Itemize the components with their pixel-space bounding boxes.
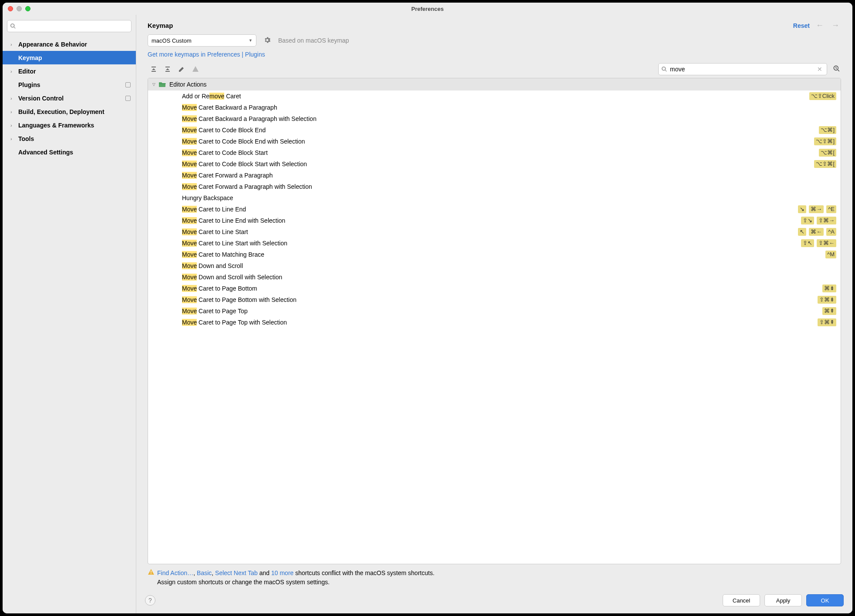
action-row[interactable]: Move Caret Forward a Paragraph <box>148 170 558 181</box>
gear-icon[interactable] <box>263 36 271 45</box>
action-row[interactable]: Move Down and Scroll with Selection <box>148 271 558 283</box>
sidebar-item[interactable]: Keymap <box>3 51 136 64</box>
action-label: Move Down and Scroll with Selection <box>182 274 558 281</box>
expand-all-button[interactable] <box>148 64 160 74</box>
sidebar-item[interactable]: ›Editor <box>3 64 136 78</box>
action-label: Move Caret to Page Top <box>182 308 558 315</box>
action-label: Move Caret Backward a Paragraph with Sel… <box>182 115 558 122</box>
action-row[interactable]: Move Caret Forward a Paragraph with Sele… <box>148 181 558 192</box>
folder-icon <box>159 81 166 87</box>
sidebar-item[interactable]: ›Appearance & Behavior <box>3 37 136 51</box>
sidebar-item-label: Keymap <box>18 54 131 61</box>
action-row[interactable]: Move Caret to Code Block Start with Sele… <box>148 158 558 170</box>
actions-tree: ▽ Editor Actions Add or Remove Caret⌥⇧Cl… <box>148 78 558 402</box>
sidebar-item-label: Appearance & Behavior <box>18 41 131 48</box>
modified-badge <box>125 82 131 87</box>
action-label: Move Caret Forward a Paragraph with Sele… <box>182 183 558 190</box>
get-more-keymaps-link[interactable]: Get more keymaps in Preferences | Plugin… <box>136 47 558 63</box>
page-title: Keymap <box>148 22 558 29</box>
sidebar-item-label: Advanced Settings <box>18 149 131 156</box>
action-row[interactable]: Move Caret to Matching Brace^M <box>148 249 558 260</box>
sidebar-item-label: Tools <box>18 135 131 142</box>
sidebar-item[interactable]: ›Languages & Frameworks <box>3 118 136 132</box>
conflicts-filter-button[interactable] <box>189 64 202 74</box>
sidebar-item[interactable]: Advanced Settings <box>3 145 136 159</box>
action-row[interactable]: Add or Remove Caret⌥⇧Click <box>148 90 558 102</box>
action-label: Hungry Backspace <box>182 194 558 201</box>
sidebar-item[interactable]: Plugins <box>3 78 136 91</box>
chevron-right-icon: › <box>10 69 16 74</box>
group-header[interactable]: ▽ Editor Actions <box>148 78 558 90</box>
chevron-down-icon: ▽ <box>152 82 155 87</box>
sidebar-item-label: Version Control <box>18 95 125 102</box>
action-row[interactable]: Move Caret to Page Bottom with Selection… <box>148 294 558 305</box>
action-label: Move Caret to Code Block Start <box>182 149 558 156</box>
action-row[interactable]: Move Caret Backward a Paragraph <box>148 102 558 113</box>
action-row[interactable]: Move Caret to Page Top with Selection⇧⌘⇞ <box>148 317 558 328</box>
action-label: Move Caret to Line Start <box>182 228 558 235</box>
search-icon <box>10 23 16 29</box>
group-label: Editor Actions <box>169 81 207 88</box>
sidebar-item[interactable]: ›Version Control <box>3 91 136 105</box>
action-label: Move Caret to Code Block End <box>182 127 558 134</box>
sidebar: ›Appearance & BehaviorKeymap›EditorPlugi… <box>3 15 136 402</box>
keymap-select-value: macOS Custom <box>151 37 192 44</box>
sidebar-item-label: Languages & Frameworks <box>18 122 131 129</box>
sidebar-item-label: Editor <box>18 68 131 75</box>
action-row[interactable]: Move Caret to Code Block Start⌥⌘[ <box>148 147 558 158</box>
action-label: Move Caret to Line End with Selection <box>182 217 558 224</box>
action-label: Move Caret Forward a Paragraph <box>182 172 558 179</box>
action-label: Move Down and Scroll <box>182 262 558 269</box>
collapse-all-button[interactable] <box>162 64 174 74</box>
sidebar-item-label: Build, Execution, Deployment <box>18 108 131 115</box>
based-on-label: Based on macOS keymap <box>278 37 349 44</box>
action-row[interactable]: Move Caret to Code Block End⌥⌘] <box>148 124 558 136</box>
action-row[interactable]: Move Caret to Line Start↖⌘←^A <box>148 226 558 238</box>
sidebar-nav: ›Appearance & BehaviorKeymap›EditorPlugi… <box>3 36 136 402</box>
action-row[interactable]: Move Caret to Line End with Selection⇧↘⇧… <box>148 215 558 226</box>
action-row[interactable]: Move Caret to Page Bottom⌘⇟ <box>148 283 558 294</box>
action-label: Move Caret to Code Block End with Select… <box>182 138 558 145</box>
edit-shortcut-button[interactable] <box>175 64 188 74</box>
modified-badge <box>125 96 131 101</box>
sidebar-search[interactable] <box>7 20 131 32</box>
action-row[interactable]: Move Caret to Code Block End with Select… <box>148 136 558 147</box>
chevron-right-icon: › <box>10 123 16 128</box>
chevron-right-icon: › <box>10 42 16 47</box>
chevron-right-icon: › <box>10 109 16 114</box>
sidebar-item[interactable]: ›Tools <box>3 132 136 145</box>
action-label: Move Caret to Page Bottom <box>182 285 558 292</box>
action-row[interactable]: Hungry Backspace <box>148 192 558 204</box>
keymap-select[interactable]: macOS Custom ▼ <box>148 34 256 47</box>
action-row[interactable]: Move Caret to Page Top⌘⇞ <box>148 305 558 317</box>
action-label: Move Caret to Matching Brace <box>182 251 558 258</box>
action-label: Move Caret to Code Block Start with Sele… <box>182 161 558 167</box>
main-panel: Keymap Reset ← → macOS Custom ▼ Based on… <box>136 15 558 402</box>
action-label: Move Caret to Page Top with Selection <box>182 319 558 326</box>
action-label: Move Caret to Page Bottom with Selection <box>182 296 558 303</box>
action-row[interactable]: Move Caret to Line Start with Selection⇧… <box>148 238 558 249</box>
action-row[interactable]: Move Caret to Line End↘⌘→^E <box>148 204 558 215</box>
action-label: Move Caret to Line End <box>182 206 558 213</box>
action-label: Move Caret to Line Start with Selection <box>182 240 558 247</box>
window-title: Preferences <box>3 6 558 12</box>
action-label: Add or Remove Caret <box>182 93 558 100</box>
chevron-down-icon: ▼ <box>249 38 252 43</box>
sidebar-item-label: Plugins <box>18 81 125 88</box>
action-label: Move Caret Backward a Paragraph <box>182 104 558 111</box>
sidebar-search-input[interactable] <box>18 23 128 30</box>
preferences-window: Preferences ›Appearance & BehaviorKeymap… <box>3 3 558 402</box>
chevron-right-icon: › <box>10 96 16 101</box>
titlebar: Preferences <box>3 3 558 15</box>
action-row[interactable]: Move Caret Backward a Paragraph with Sel… <box>148 113 558 124</box>
chevron-right-icon: › <box>10 136 16 141</box>
action-row[interactable]: Move Down and Scroll <box>148 260 558 271</box>
sidebar-item[interactable]: ›Build, Execution, Deployment <box>3 105 136 118</box>
